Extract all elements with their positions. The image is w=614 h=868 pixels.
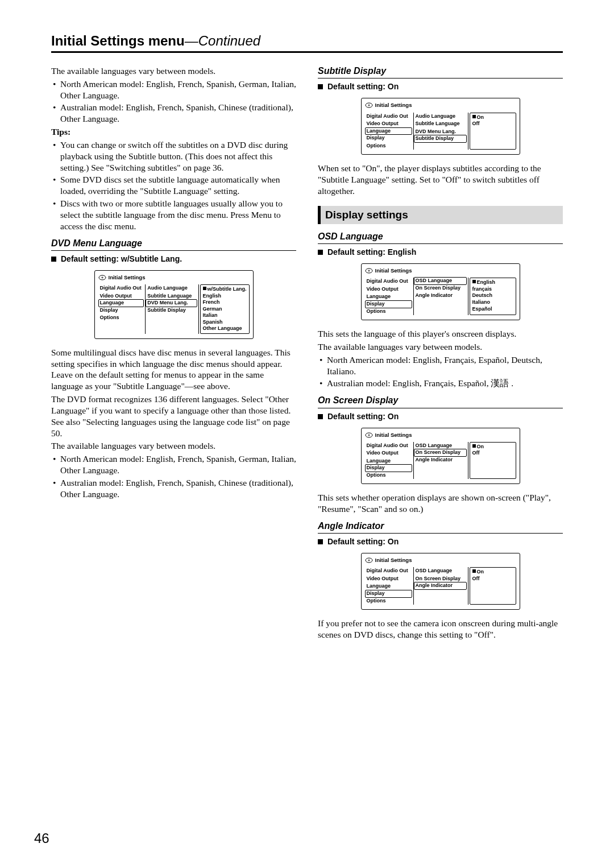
osd-option: Off: [472, 450, 514, 457]
selected-marker-icon: [472, 280, 476, 283]
osd-opt-col: On Off: [470, 113, 516, 150]
osd-mid-col: OSD Language On Screen Display Angle Ind…: [414, 442, 468, 480]
osd-osd-language: Initial Settings Digital Audio Out Video…: [361, 263, 520, 320]
page-header: Initial Settings menu—Continued: [51, 33, 563, 53]
svg-point-0: [99, 275, 106, 280]
header-title: Initial Settings menu: [51, 33, 185, 48]
osd-option-selected: English: [472, 279, 514, 286]
osd-mid-col: OSD Language On Screen Display Angle Ind…: [414, 567, 468, 605]
osd-nav-item-selected: Language: [98, 299, 144, 307]
osd-nav-item: Options: [365, 142, 413, 150]
selected-marker-icon: [472, 569, 476, 573]
osd-mid-item: Subtitle Language: [414, 120, 468, 128]
list-item: Australian model: English, French, Spani…: [51, 102, 296, 125]
default-text: Default setting: On: [327, 537, 399, 546]
osd-option: English: [202, 293, 247, 300]
osd-opt-col: English français Deutsch Italiano Españo…: [470, 278, 516, 315]
right-column: Subtitle Display Default setting: On Ini…: [318, 65, 563, 642]
osd-option: Off: [472, 121, 514, 127]
osd-title: Initial Settings: [365, 432, 516, 439]
page-number: 46: [34, 830, 49, 846]
osd-dvd-menu-language: Initial Settings Digital Audio Out Video…: [94, 270, 254, 339]
display-settings-section: Display settings: [318, 206, 563, 224]
svg-point-5: [368, 270, 370, 271]
osd-option: Italian: [202, 312, 247, 319]
selected-marker-icon: [472, 444, 476, 448]
list-item: North American model: English, French, S…: [51, 78, 296, 101]
osd-nav-item: Options: [365, 597, 413, 605]
tips-label: Tips:: [51, 126, 296, 138]
osd-mid-item: OSD Language: [414, 442, 468, 450]
osd-nav-item: Video Output: [365, 120, 413, 128]
angle-indicator-heading: Angle Indicator: [318, 520, 563, 534]
osd-title-text: Initial Settings: [375, 267, 412, 274]
osd-mid-item: Angle Indicator: [414, 456, 468, 464]
osd-option: Italiano: [472, 299, 514, 306]
osd-option: Other Language: [202, 325, 247, 332]
osd-option: Deutsch: [472, 292, 514, 299]
subtitle-display-heading: Subtitle Display: [318, 65, 563, 78]
osd-title: Initial Settings: [365, 267, 516, 274]
svg-point-8: [366, 558, 372, 563]
osd-nav-item: Digital Audio Out: [365, 442, 413, 450]
svg-point-2: [366, 103, 372, 108]
list-item: Some DVD discs set the subtitle language…: [51, 174, 296, 197]
osd-option-selected: On: [472, 114, 514, 121]
list-item: You can change or switch off the subtitl…: [51, 139, 296, 173]
osd-nav-item: Video Output: [98, 292, 146, 300]
body-text: The DVD format recognizes 136 different …: [51, 394, 296, 439]
osd-mid-item-selected: On Screen Display: [414, 449, 467, 457]
list-item: Discs with two or more subtitle language…: [51, 198, 296, 232]
osd-option-selected: w/Subtitle Lang.: [202, 286, 247, 293]
tips-list: You can change or switch off the subtitl…: [51, 139, 296, 232]
disc-icon: [365, 102, 373, 108]
osd-mid-item: DVD Menu Lang.: [414, 128, 468, 136]
osd-title: Initial Settings: [365, 557, 516, 564]
body-text: When set to "On", the player displays su…: [318, 163, 563, 196]
default-text: Default setting: w/Subtitle Lang.: [61, 254, 182, 263]
header-continued: —Continued: [185, 33, 260, 48]
body-text: This sets the language of this player's …: [318, 328, 563, 340]
selected-marker-icon: [203, 287, 206, 290]
svg-point-7: [368, 435, 370, 436]
osd-option-label: English: [477, 279, 496, 285]
osd-mid-item: Audio Language: [414, 113, 468, 121]
osd-option: Spanish: [202, 319, 247, 326]
osd-option-selected: On: [472, 569, 514, 576]
dvd-menu-language-heading: DVD Menu Language: [51, 238, 296, 251]
osd-title-text: Initial Settings: [109, 274, 146, 281]
osd-nav-item: Options: [365, 472, 413, 480]
svg-point-3: [368, 105, 370, 106]
intro-text: The available languages vary between mod…: [51, 65, 296, 77]
osd-mid-item: Subtitle Language: [146, 292, 198, 300]
osd-nav-item: Language: [365, 457, 413, 465]
list-item: North American model: English, Français,…: [318, 354, 563, 377]
osd-option-label: On: [477, 114, 484, 120]
osd-mid-item-selected: Subtitle Display: [414, 135, 467, 143]
square-bullet-icon: [318, 539, 323, 544]
default-setting-line: Default setting: English: [318, 247, 563, 258]
square-bullet-icon: [51, 257, 56, 262]
on-screen-display-heading: On Screen Display: [318, 395, 563, 408]
model-list: North American model: English, French, S…: [51, 78, 296, 125]
osd-nav-col: Digital Audio Out Video Output Language …: [365, 442, 414, 480]
default-setting-line: Default setting: w/Subtitle Lang.: [51, 254, 296, 264]
disc-icon: [98, 275, 106, 280]
osd-option: Español: [472, 306, 514, 313]
left-column: The available languages vary between mod…: [51, 65, 296, 642]
svg-point-6: [366, 433, 372, 437]
osd-option-label: w/Subtitle Lang.: [208, 286, 247, 292]
body-text: This sets whether operation displays are…: [318, 492, 563, 515]
square-bullet-icon: [318, 84, 323, 89]
osd-nav-item: Video Output: [365, 286, 413, 294]
osd-mid-item: Audio Language: [146, 284, 198, 292]
osd-nav-item: Digital Audio Out: [365, 278, 413, 286]
osd-nav-col: Digital Audio Out Video Output Language …: [365, 113, 414, 150]
osd-mid-col: OSD Language On Screen Display Angle Ind…: [414, 278, 468, 315]
osd-option-selected: On: [472, 444, 514, 450]
osd-nav-item-selected: Language: [365, 127, 412, 135]
osd-nav-col: Digital Audio Out Video Output Language …: [98, 284, 146, 334]
square-bullet-icon: [318, 414, 323, 419]
osd-title: Initial Settings: [365, 102, 516, 109]
svg-point-1: [101, 277, 103, 278]
